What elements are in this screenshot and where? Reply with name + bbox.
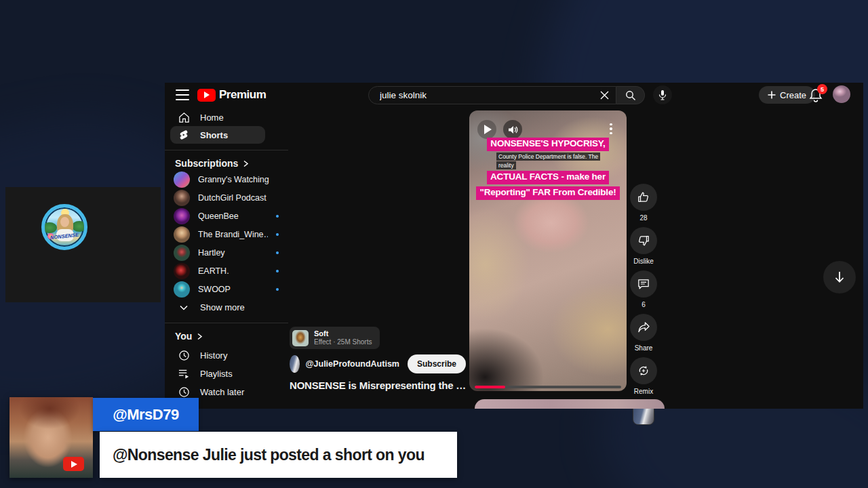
sidebar-item-label: Shorts — [200, 130, 228, 140]
video-caption: County Police Department is false. The r… — [496, 152, 599, 170]
remix-icon — [637, 365, 650, 377]
show-more-button[interactable]: Show more — [165, 298, 288, 317]
history-icon — [177, 350, 191, 361]
channel-avatar[interactable] — [290, 355, 300, 373]
subscriptions-header[interactable]: Subscriptions — [165, 157, 288, 170]
divider — [165, 323, 288, 323]
more-options-icon[interactable] — [602, 120, 620, 138]
sound-chip[interactable]: Soft Effect · 25M Shorts — [290, 327, 380, 349]
youtube-premium-logo[interactable]: Premium — [197, 88, 266, 102]
speaker-icon — [508, 125, 518, 134]
sidebar-item-history[interactable]: History — [165, 346, 288, 365]
search-bar — [368, 86, 645, 104]
channel-name: Granny's Watching — [198, 175, 288, 184]
youtube-play-icon — [197, 89, 216, 102]
next-short-preview[interactable] — [475, 399, 665, 409]
channel-avatar — [174, 281, 190, 298]
streamer-handle-banner: @MrsD79 — [93, 398, 199, 431]
menu-icon[interactable] — [176, 89, 189, 100]
channel-avatar — [174, 226, 190, 243]
search-input[interactable] — [378, 89, 597, 101]
next-short-button[interactable] — [823, 261, 856, 293]
sidebar-item-shorts[interactable]: Shorts — [170, 126, 265, 144]
progress-fill — [475, 386, 505, 388]
notification-banner: @Nonsense Julie just posted a short on y… — [100, 432, 457, 478]
sidebar-channel[interactable]: EARTH. — [165, 262, 288, 280]
chevron-right-icon — [243, 160, 249, 167]
create-button[interactable]: Create — [759, 86, 815, 104]
microphone-icon — [658, 89, 667, 100]
clear-search-icon[interactable] — [597, 88, 612, 103]
comments-button[interactable] — [630, 270, 657, 298]
show-more-label: Show more — [200, 302, 245, 312]
overlay-headline: NONSENSE'S HYPOCRISY, — [487, 138, 608, 151]
channel-avatar — [174, 263, 190, 279]
comment-count: 6 — [630, 301, 657, 308]
you-header-label: You — [175, 331, 192, 342]
premium-wordmark: Premium — [219, 88, 266, 102]
sidebar-item-label: Home — [200, 113, 224, 123]
new-content-dot — [276, 251, 279, 254]
overlay-headline: ACTUAL FACTS - make her — [487, 171, 609, 184]
youtube-play-badge — [63, 457, 84, 471]
chevron-right-icon — [197, 333, 203, 340]
short-video-player[interactable]: NONSENSE'S HYPOCRISY, County Police Depa… — [469, 110, 627, 391]
search-box[interactable] — [368, 86, 616, 104]
share-button[interactable] — [630, 314, 657, 341]
channel-handle[interactable]: @JulieProfoundAutism — [305, 359, 399, 369]
sidebar-channel[interactable]: DutchGirl Podcast — [165, 188, 288, 207]
channel-name: DutchGirl Podcast — [198, 193, 288, 203]
sidebar-item-label: Watch later — [200, 387, 244, 397]
sidebar-item-home[interactable]: Home — [165, 108, 288, 126]
sidebar-item-label: Playlists — [200, 369, 233, 379]
notification-badge: 5 — [817, 84, 827, 94]
channel-avatar — [174, 208, 190, 224]
overlay-headline: "Reporting" FAR From Credible! — [476, 186, 619, 200]
sidebar-channel[interactable]: Hartley — [165, 243, 288, 262]
sidebar-channel[interactable]: SWOOP — [165, 280, 288, 298]
sound-meta: Effect · 25M Shorts — [314, 338, 372, 346]
video-text-overlay: NONSENSE'S HYPOCRISY, County Police Depa… — [471, 136, 625, 201]
create-label: Create — [780, 90, 806, 100]
thumb-up-icon — [637, 191, 650, 203]
dislike-label: Dislike — [630, 258, 657, 265]
channel-name: EARTH. — [198, 266, 268, 276]
sidebar-item-playlists[interactable]: Playlists — [165, 365, 288, 383]
notification-text: @Nonsense Julie just posted a short on y… — [100, 446, 425, 464]
sidebar-channel[interactable]: QueenBee — [165, 207, 288, 225]
sidebar: Home Shorts Subscriptions Granny's Watch… — [165, 108, 288, 401]
video-progress-bar[interactable] — [475, 386, 621, 388]
you-header[interactable]: You — [165, 329, 288, 343]
sidebar-channel[interactable]: The Brandi_Wine… — [165, 225, 288, 243]
channel-name: Hartley — [198, 248, 268, 258]
short-title[interactable]: NONSENSE is Misrepresenting the … — [290, 380, 466, 391]
subscriptions-header-label: Subscriptions — [175, 158, 238, 169]
sound-thumbnail — [292, 330, 309, 346]
arrow-down-icon — [834, 271, 845, 283]
account-avatar[interactable] — [833, 85, 850, 103]
streamer-handle: @MrsD79 — [113, 406, 178, 424]
remix-label: Remix — [630, 388, 657, 395]
stream-capture: Premium — [0, 0, 868, 488]
like-count: 28 — [630, 214, 657, 222]
share-icon — [637, 322, 650, 333]
youtube-window: Premium — [165, 83, 863, 409]
like-button[interactable] — [630, 184, 657, 211]
webcam-panel: NONSENSE — [5, 187, 161, 302]
youtube-topbar: Premium — [165, 83, 863, 108]
thumb-down-icon — [637, 235, 650, 247]
divider — [165, 150, 288, 150]
sidebar-item-label: History — [200, 350, 227, 361]
short-meta: Soft Effect · 25M Shorts @JulieProfoundA… — [290, 327, 466, 391]
subscribe-button[interactable]: Subscribe — [408, 354, 466, 373]
streamer-photo — [9, 397, 93, 478]
playlists-icon — [177, 369, 191, 379]
channel-avatar — [174, 190, 190, 206]
sidebar-channel[interactable]: Granny's Watching — [165, 170, 288, 188]
remix-button[interactable] — [630, 357, 657, 384]
dislike-button[interactable] — [630, 227, 657, 254]
shorts-action-rail: 28 Dislike 6 Share — [630, 184, 657, 425]
voice-search-button[interactable] — [653, 85, 672, 104]
search-button[interactable] — [616, 86, 645, 104]
new-content-dot — [276, 215, 279, 218]
